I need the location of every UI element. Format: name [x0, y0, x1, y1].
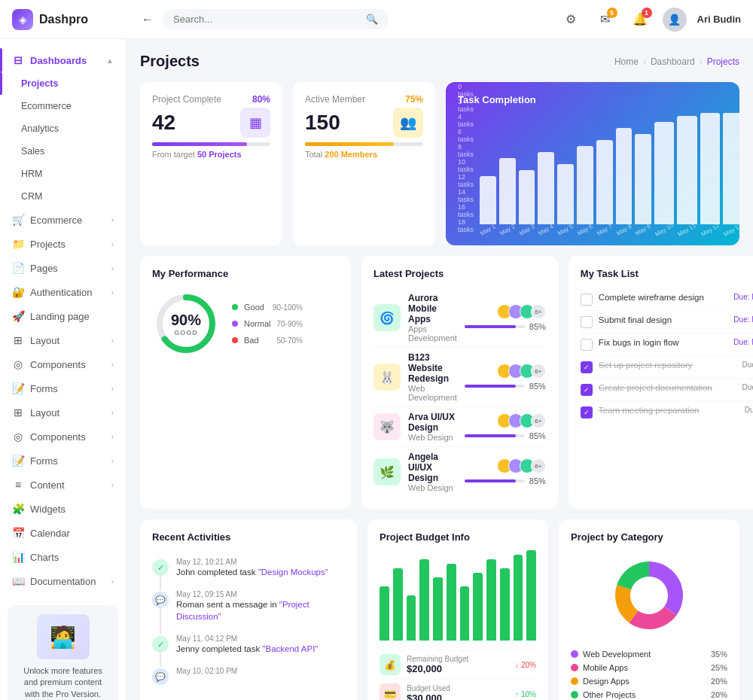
avatar[interactable]: 👤	[663, 8, 687, 32]
chart-bar: May 12	[700, 113, 720, 233]
task-chart-title: Task Completion	[458, 94, 727, 105]
sidebar-item-charts[interactable]: 📊 Charts	[0, 545, 126, 569]
mail-button[interactable]: ✉ 5	[593, 8, 617, 32]
task-checkbox[interactable]	[581, 339, 593, 351]
task-checkbox[interactable]	[581, 361, 593, 373]
activity-time: May 12, 10:21 AM	[176, 558, 345, 566]
project-row: 🌀 Aurora Mobile Apps Apps Development 6+…	[373, 288, 546, 348]
sidebar-item-layout2[interactable]: ⊞ Layout ›	[0, 400, 126, 425]
performance-card: My Performance 90% GOOD	[140, 256, 351, 509]
activities-list: ✓ May 12, 10:21 AM John completed task "…	[152, 552, 345, 691]
activity-content: May 11, 04:12 PM Jenny completed task "B…	[176, 635, 345, 655]
activity-content: May 10, 02:10 PM	[176, 667, 345, 685]
activity-item: ✓ May 12, 10:21 AM John completed task "…	[152, 552, 345, 584]
budget-card: Project Budget Info 💰 Remaining Budget $…	[367, 519, 548, 700]
task-chart-card: Task Completion 18 tasks 16 tasks 14 tas…	[446, 82, 739, 245]
sidebar-item-crm-sub[interactable]: CRM	[0, 185, 126, 208]
docs-icon: 📖	[12, 575, 24, 587]
activity-link[interactable]: "Backend API"	[262, 644, 318, 653]
sidebar-section-dashboards[interactable]: ⊟ Dashboards ▲	[0, 48, 126, 72]
chart-bar: May 1	[480, 113, 496, 233]
project-type: Web Development	[408, 384, 457, 402]
sidebar-item-components1[interactable]: ◎ Components ›	[0, 352, 126, 376]
sidebar-item-documentation[interactable]: 📖 Documentation ›	[0, 569, 126, 593]
avatar-stack: 6+	[497, 364, 546, 379]
sidebar-item-landing[interactable]: 🚀 Landing page	[0, 304, 126, 328]
page-title: Projects	[140, 53, 200, 70]
settings-button[interactable]: ⚙	[559, 8, 583, 32]
task-checkbox[interactable]	[581, 406, 593, 418]
task-due: Due: 1 Day Ago	[745, 406, 753, 414]
task-text: Set up project repository	[599, 361, 736, 370]
latest-projects-card: Latest Projects 🌀 Aurora Mobile Apps App…	[361, 256, 558, 509]
task-checkbox[interactable]	[581, 384, 593, 396]
back-button[interactable]: ←	[142, 13, 154, 26]
project-percent: 85%	[529, 322, 546, 331]
legend-bad: Bad 50-70%	[232, 336, 303, 345]
task-checkbox[interactable]	[581, 316, 593, 328]
activity-link[interactable]: "Design Mockups"	[258, 568, 328, 577]
gauge-label: GOOD	[171, 329, 201, 336]
search-input[interactable]	[173, 14, 360, 25]
row-3: Recent Activities ✓ May 12, 10:21 AM Joh…	[140, 519, 739, 700]
sidebar-item-projects-sub[interactable]: Projects	[0, 72, 126, 95]
sidebar-item-authentication[interactable]: 🔐 Authentication ›	[0, 280, 126, 304]
cat-label: Other Projects	[583, 690, 636, 699]
task-list-card: My Task List Complete wireframe design D…	[569, 256, 753, 509]
chart-bar: May 3	[519, 113, 535, 233]
stat-target-0: 50 Projects	[197, 150, 242, 159]
sidebar-item-components2[interactable]: ◎ Components ›	[0, 425, 126, 449]
task-checkbox[interactable]	[581, 294, 593, 306]
project-right: 6+ 85%	[465, 364, 546, 391]
chart-y-labels: 18 tasks 16 tasks 14 tasks 12 tasks 10 t…	[458, 113, 478, 233]
category-card: Project by Category Web Development 35% …	[559, 519, 739, 700]
analytics-sub-label: Analytics	[21, 123, 59, 134]
sidebar-item-widgets[interactable]: 🧩 Widgets	[0, 497, 126, 521]
sidebar-item-content[interactable]: ≡ Content ›	[0, 473, 126, 497]
project-percent: 85%	[529, 476, 546, 485]
category-legend-item: Design Apps 20%	[571, 677, 727, 686]
pie-segment	[617, 562, 649, 589]
stat-value-1: 150	[305, 111, 340, 135]
progress-fill-1	[305, 142, 394, 146]
project-progress	[465, 385, 525, 388]
pie-chart	[571, 550, 727, 641]
chevron-right-icon6: ›	[111, 361, 114, 369]
sidebar-item-ecommerce[interactable]: 🛒 Ecommerce ›	[0, 208, 126, 232]
sidebar-item-forms1[interactable]: 📝 Forms ›	[0, 376, 126, 400]
project-info: Arva UI/UX Design Web Design	[408, 412, 457, 442]
chart-bar: May 9	[635, 113, 651, 233]
activity-link[interactable]: "Project Discussion"	[176, 600, 309, 621]
sidebar-item-projects[interactable]: 📁 Projects ›	[0, 232, 126, 256]
sidebar-item-sales-sub[interactable]: Sales	[0, 140, 126, 163]
sidebar-item-hrm-sub[interactable]: HRM	[0, 163, 126, 185]
sidebar-item-forms2[interactable]: 📝 Forms ›	[0, 449, 126, 473]
project-percent: 85%	[529, 431, 546, 440]
chevron-right-icon12: ›	[111, 577, 114, 586]
sidebar-item-layout1[interactable]: ⊞ Layout ›	[0, 328, 126, 352]
pro-box: 🧑‍💻 Unlock more features and premium con…	[8, 605, 118, 700]
pie-segment	[649, 562, 683, 615]
sidebar-item-pages[interactable]: 📄 Pages ›	[0, 256, 126, 280]
cat-percent: 20%	[711, 690, 727, 699]
bell-button[interactable]: 🔔 1	[628, 8, 652, 32]
chart-bar: May 4	[538, 113, 554, 233]
task-text: Create project documentation	[599, 383, 736, 392]
task-text: Complete wireframe design	[599, 293, 728, 302]
widgets-icon: 🧩	[12, 503, 24, 515]
tasks-container: Complete wireframe design Due: May 22, 2…	[581, 288, 753, 423]
comp1-icon: ◎	[12, 358, 24, 370]
sidebar-item-analytics-sub[interactable]: Analytics	[0, 117, 126, 140]
auth-icon: 🔐	[12, 286, 24, 298]
cat-percent: 25%	[711, 663, 727, 672]
plus-badge: 6+	[531, 458, 546, 473]
stat-sub-0: From target 50 Projects	[152, 150, 270, 159]
breadcrumb-home: Home	[614, 56, 639, 67]
good-dot	[232, 304, 238, 310]
performance-legend: Good 90-100% Normal 70-90% Bad 50-70%	[232, 303, 303, 345]
progress-bar-1	[305, 142, 423, 146]
project-progress	[465, 479, 525, 482]
sidebar-item-calendar[interactable]: 📅 Calendar	[0, 521, 126, 545]
activity-time: May 10, 02:10 PM	[176, 667, 345, 675]
sidebar-item-ecommerce-sub[interactable]: Ecommerce	[0, 95, 126, 117]
